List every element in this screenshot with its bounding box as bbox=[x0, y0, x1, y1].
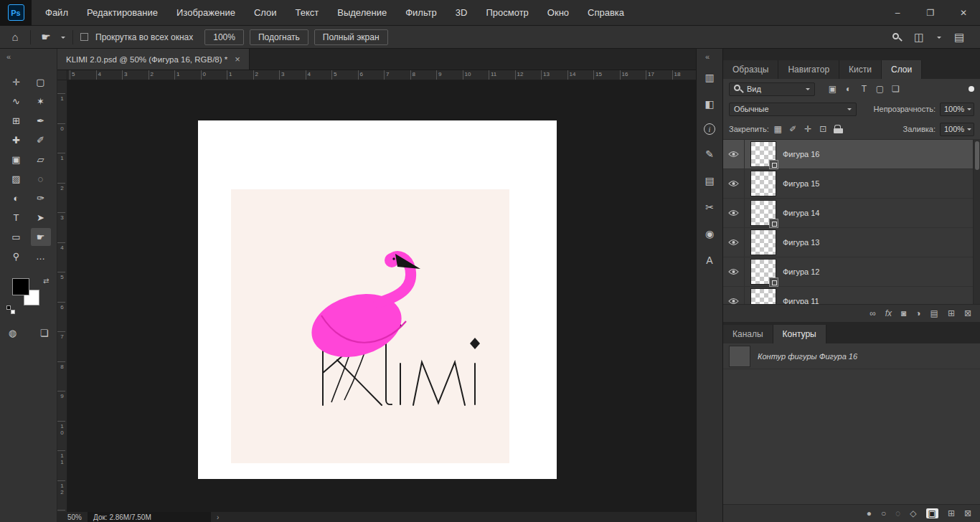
path-thumbnail[interactable] bbox=[729, 346, 750, 367]
layer-thumbnail[interactable] bbox=[750, 200, 776, 226]
chevron-down-icon[interactable] bbox=[61, 37, 65, 41]
filter-pixel-layers-icon[interactable]: ▣ bbox=[828, 84, 837, 94]
opacity-value[interactable]: 100% bbox=[940, 103, 974, 116]
menu-item[interactable]: Выделение bbox=[328, 0, 396, 25]
link-layers-icon[interactable]: ∞ bbox=[870, 308, 876, 318]
healing-brush-tool-icon[interactable]: ✚ bbox=[6, 131, 27, 149]
search-icon[interactable] bbox=[892, 33, 901, 42]
blend-mode-select[interactable]: Обычные bbox=[729, 103, 857, 116]
menu-item[interactable]: Фильтр bbox=[396, 0, 446, 25]
zoom-level[interactable]: 50% bbox=[67, 513, 82, 521]
visibility-eye-icon[interactable] bbox=[723, 287, 745, 304]
layer-thumbnail[interactable] bbox=[750, 288, 776, 304]
filter-toggle-icon[interactable] bbox=[969, 86, 974, 92]
layer-row[interactable]: Фигура 11 bbox=[723, 287, 980, 304]
brush-tool-icon[interactable]: ✐ bbox=[31, 131, 51, 149]
mask-from-path-icon[interactable]: ◇ bbox=[910, 508, 916, 518]
clone-source-panel-icon[interactable]: ▤ bbox=[702, 174, 717, 188]
panel-tab[interactable]: Слои bbox=[882, 60, 922, 79]
panel-tab[interactable]: Кисти bbox=[839, 60, 882, 79]
layer-group-icon[interactable]: ▤ bbox=[930, 308, 938, 318]
menu-item[interactable]: Изображение bbox=[167, 0, 245, 25]
options-button[interactable]: Полный экран bbox=[314, 29, 388, 45]
screen-mode-icon[interactable]: ❏ bbox=[34, 324, 55, 342]
panel-toggle-icon[interactable]: ◫ bbox=[911, 31, 927, 44]
quick-mask-icon[interactable]: ◍ bbox=[3, 324, 23, 342]
brush-settings-panel-icon[interactable]: ✎ bbox=[702, 147, 717, 161]
more-tools-icon[interactable]: … bbox=[31, 247, 51, 265]
fill-path-icon[interactable]: ● bbox=[867, 508, 872, 518]
layer-thumbnail[interactable] bbox=[750, 171, 776, 196]
document-page[interactable] bbox=[198, 120, 557, 479]
filter-type-layers-icon[interactable]: T bbox=[859, 84, 869, 94]
new-path-icon[interactable]: ⊞ bbox=[948, 508, 955, 518]
cut-panel-icon[interactable]: ✂ bbox=[702, 200, 717, 214]
pasteboard[interactable] bbox=[67, 80, 696, 512]
zoom-tool-icon[interactable]: ⚲ bbox=[6, 247, 27, 265]
panel-tab[interactable]: Контуры bbox=[773, 325, 826, 343]
menu-item[interactable]: Справка bbox=[578, 0, 633, 25]
filter-adjustment-layers-icon[interactable]: ◐ bbox=[844, 84, 853, 94]
spiral-panel-icon[interactable]: ◉ bbox=[702, 227, 717, 241]
lock-all-icon[interactable] bbox=[834, 128, 843, 133]
type-tool-icon[interactable]: T bbox=[6, 209, 27, 227]
workspace-icon[interactable]: ▤ bbox=[951, 31, 967, 44]
minimize-button[interactable]: – bbox=[881, 0, 914, 25]
current-tool-hand-icon[interactable]: ☛ bbox=[38, 31, 54, 44]
hand-tool-icon[interactable]: ☛ bbox=[31, 228, 51, 246]
eyedropper-tool-icon[interactable]: ✒ bbox=[31, 112, 51, 130]
menu-item[interactable]: 3D bbox=[446, 0, 477, 25]
layer-mask-icon[interactable]: ◙ bbox=[901, 308, 906, 318]
fill-value[interactable]: 100% bbox=[940, 123, 974, 136]
scroll-all-windows-checkbox[interactable] bbox=[80, 33, 88, 41]
options-button[interactable]: 100% bbox=[204, 29, 244, 45]
blur-tool-icon[interactable]: ◌ bbox=[31, 170, 51, 188]
panel-tab[interactable]: Навигатор bbox=[778, 60, 839, 79]
lock-artboard-icon[interactable]: ⊡ bbox=[819, 124, 828, 134]
magic-wand-tool-icon[interactable]: ✶ bbox=[31, 92, 51, 110]
visibility-eye-icon[interactable] bbox=[723, 199, 745, 227]
close-tab-icon[interactable]: × bbox=[235, 54, 240, 65]
eraser-tool-icon[interactable]: ▱ bbox=[31, 151, 51, 169]
menu-item[interactable]: Слои bbox=[245, 0, 286, 25]
swap-colors-icon[interactable]: ⇄ bbox=[43, 277, 49, 285]
path-select-tool-icon[interactable]: ➤ bbox=[31, 209, 51, 227]
chevron-down-icon[interactable] bbox=[937, 37, 941, 41]
foreground-color-swatch[interactable] bbox=[12, 278, 29, 295]
delete-layer-icon[interactable]: ⊠ bbox=[964, 308, 971, 318]
layer-row[interactable]: Фигура 16 bbox=[723, 140, 980, 169]
path-row[interactable]: Контур фигуры Фигура 16 bbox=[723, 343, 980, 369]
libraries-panel-icon[interactable]: ▥ bbox=[702, 70, 717, 85]
delete-path-icon[interactable]: ⊠ bbox=[964, 508, 971, 518]
glyphs-panel-icon[interactable]: A bbox=[702, 253, 717, 267]
lock-transparency-icon[interactable]: ▦ bbox=[773, 124, 783, 134]
default-colors-icon[interactable] bbox=[6, 305, 15, 314]
visibility-eye-icon[interactable] bbox=[723, 228, 745, 257]
expand-panels-icon[interactable]: « bbox=[697, 49, 722, 63]
lock-pixels-icon[interactable]: ✐ bbox=[788, 124, 798, 134]
clone-stamp-tool-icon[interactable]: ▣ bbox=[6, 151, 27, 169]
menu-item[interactable]: Окно bbox=[538, 0, 578, 25]
layer-thumbnail[interactable] bbox=[750, 141, 776, 167]
visibility-eye-icon[interactable] bbox=[723, 257, 745, 286]
adjustments-panel-icon[interactable]: ◧ bbox=[702, 97, 717, 111]
collapse-tools-icon[interactable]: « bbox=[0, 49, 57, 63]
scrollbar-thumb[interactable] bbox=[975, 141, 979, 170]
layer-effects-icon[interactable]: fx bbox=[885, 308, 892, 318]
menu-item[interactable]: Файл bbox=[36, 0, 77, 25]
marquee-tool-icon[interactable]: ▢ bbox=[31, 73, 51, 91]
layer-row[interactable]: Фигура 12 bbox=[723, 257, 980, 287]
lock-position-icon[interactable]: ✛ bbox=[804, 124, 813, 134]
new-layer-icon[interactable]: ⊞ bbox=[948, 308, 955, 318]
menu-item[interactable]: Редактирование bbox=[77, 0, 167, 25]
crop-tool-icon[interactable]: ⊞ bbox=[6, 112, 27, 130]
status-chevron-icon[interactable]: › bbox=[217, 513, 219, 521]
visibility-eye-icon[interactable] bbox=[723, 140, 745, 169]
move-tool-icon[interactable]: ✛ bbox=[6, 73, 27, 91]
close-button[interactable]: ✕ bbox=[947, 0, 980, 25]
menu-item[interactable]: Текст bbox=[286, 0, 329, 25]
filter-smart-objects-icon[interactable]: ❏ bbox=[891, 84, 900, 94]
stroke-path-icon[interactable]: ○ bbox=[881, 508, 886, 518]
panel-tab[interactable]: Каналы bbox=[723, 325, 773, 343]
filter-shape-layers-icon[interactable]: ▢ bbox=[875, 84, 885, 94]
